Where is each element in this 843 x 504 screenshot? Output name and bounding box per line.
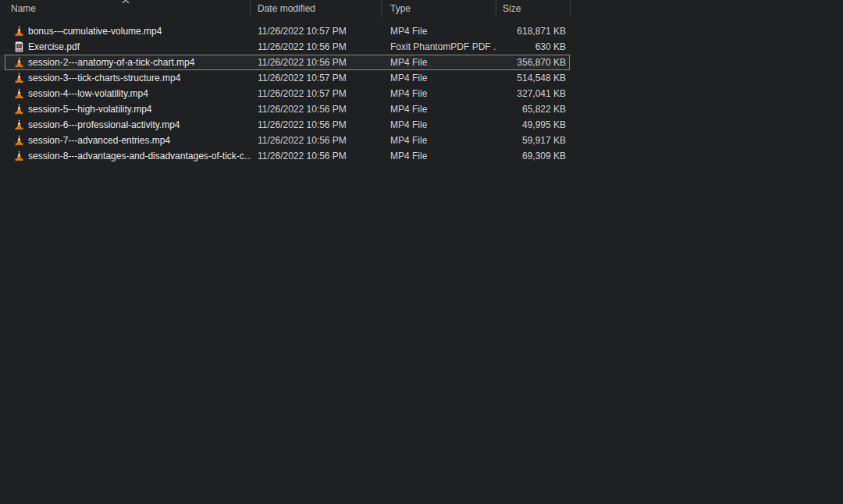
file-type: Foxit PhantomPDF PDF ... bbox=[382, 39, 496, 55]
vlc-cone-icon bbox=[13, 119, 25, 131]
file-name-cell: bonus---cumulative-volume.mp4 bbox=[0, 23, 251, 39]
file-name-cell: PDF Exercise.pdf bbox=[0, 39, 251, 55]
file-name-text: session-3---tick-charts-structure.mp4 bbox=[28, 73, 180, 83]
vlc-cone-icon bbox=[13, 103, 25, 115]
file-row[interactable]: session-3---tick-charts-structure.mp4 11… bbox=[0, 70, 571, 86]
file-name-cell: session-3---tick-charts-structure.mp4 bbox=[0, 70, 251, 86]
vlc-cone-icon bbox=[13, 87, 25, 100]
file-name-text: session-6---professional-activity.mp4 bbox=[28, 119, 180, 130]
file-name-text: Exercise.pdf bbox=[28, 41, 80, 52]
file-name-cell: session-8---advantages-and-disadvantages… bbox=[0, 148, 251, 164]
file-date-modified: 11/26/2022 10:56 PM bbox=[251, 101, 382, 117]
file-row[interactable]: PDF Exercise.pdf 11/26/2022 10:56 PM Fox… bbox=[0, 39, 571, 55]
file-name-cell: session-6---professional-activity.mp4 bbox=[0, 117, 251, 133]
file-name-text: session-7---advanced-entries.mp4 bbox=[28, 135, 170, 146]
column-header-date-modified[interactable]: Date modified bbox=[251, 0, 382, 18]
file-size: 618,871 KB bbox=[496, 23, 571, 39]
file-date-modified: 11/26/2022 10:57 PM bbox=[251, 86, 382, 101]
column-header-name[interactable]: Name bbox=[0, 0, 251, 18]
file-name-cell: session-2---anatomy-of-a-tick-chart.mp4 bbox=[0, 55, 251, 70]
file-size: 356,870 KB bbox=[496, 55, 571, 70]
file-date-modified: 11/26/2022 10:57 PM bbox=[251, 23, 382, 39]
file-row[interactable]: session-2---anatomy-of-a-tick-chart.mp4 … bbox=[0, 55, 571, 70]
vlc-cone-icon bbox=[13, 56, 25, 69]
file-size: 59,917 KB bbox=[496, 133, 571, 148]
column-header-name-label: Name bbox=[11, 3, 36, 14]
file-type: MP4 File bbox=[382, 70, 496, 86]
column-header-size[interactable]: Size bbox=[496, 0, 571, 18]
column-header-date-label: Date modified bbox=[258, 3, 315, 14]
svg-text:PDF: PDF bbox=[17, 48, 22, 51]
column-header-type[interactable]: Type bbox=[382, 0, 496, 18]
file-name-text: session-2---anatomy-of-a-tick-chart.mp4 bbox=[28, 57, 194, 68]
file-size: 69,309 KB bbox=[496, 148, 571, 164]
vlc-cone-icon bbox=[13, 150, 25, 162]
file-date-modified: 11/26/2022 10:56 PM bbox=[251, 133, 382, 148]
file-name-text: session-5---high-volatility.mp4 bbox=[28, 104, 152, 115]
file-size: 49,995 KB bbox=[496, 117, 571, 133]
file-name-cell: session-4---low-volatility.mp4 bbox=[0, 86, 251, 101]
file-date-modified: 11/26/2022 10:57 PM bbox=[251, 70, 382, 86]
file-row[interactable]: session-7---advanced-entries.mp4 11/26/2… bbox=[0, 133, 571, 148]
file-row[interactable]: session-6---professional-activity.mp4 11… bbox=[0, 117, 571, 133]
file-date-modified: 11/26/2022 10:56 PM bbox=[251, 55, 382, 70]
file-date-modified: 11/26/2022 10:56 PM bbox=[251, 148, 382, 164]
file-size: 630 KB bbox=[496, 39, 571, 55]
file-type: MP4 File bbox=[382, 86, 496, 101]
file-date-modified: 11/26/2022 10:56 PM bbox=[251, 117, 382, 133]
file-name-cell: session-5---high-volatility.mp4 bbox=[0, 101, 251, 117]
file-type: MP4 File bbox=[382, 55, 496, 70]
file-type: MP4 File bbox=[382, 133, 496, 148]
file-size: 327,041 KB bbox=[496, 86, 571, 101]
file-row[interactable]: session-5---high-volatility.mp4 11/26/20… bbox=[0, 101, 571, 117]
file-list: bonus---cumulative-volume.mp4 11/26/2022… bbox=[0, 23, 571, 164]
file-type: MP4 File bbox=[382, 117, 496, 133]
file-explorer-window: Name Date modified Type Size bonus---cum… bbox=[0, 0, 843, 504]
file-date-modified: 11/26/2022 10:56 PM bbox=[251, 39, 382, 55]
file-row[interactable]: session-4---low-volatility.mp4 11/26/202… bbox=[0, 86, 571, 101]
file-name-cell: session-7---advanced-entries.mp4 bbox=[0, 133, 251, 148]
vlc-cone-icon bbox=[13, 72, 25, 84]
column-header-type-label: Type bbox=[390, 3, 411, 14]
file-name-text: bonus---cumulative-volume.mp4 bbox=[28, 26, 162, 37]
file-size: 65,822 KB bbox=[496, 101, 571, 117]
column-header-bar: Name Date modified Type Size bbox=[0, 0, 571, 18]
vlc-cone-icon bbox=[13, 25, 25, 37]
vlc-cone-icon bbox=[13, 134, 25, 147]
file-row[interactable]: bonus---cumulative-volume.mp4 11/26/2022… bbox=[0, 23, 571, 39]
column-header-size-label: Size bbox=[503, 3, 521, 14]
file-type: MP4 File bbox=[382, 101, 496, 117]
sort-ascending-icon bbox=[121, 0, 130, 5]
file-name-text: session-4---low-volatility.mp4 bbox=[28, 88, 148, 99]
file-size: 514,548 KB bbox=[496, 70, 571, 86]
foxit-pdf-icon: PDF bbox=[13, 41, 25, 53]
file-row[interactable]: session-8---advantages-and-disadvantages… bbox=[0, 148, 571, 164]
file-name-text: session-8---advantages-and-disadvantages… bbox=[28, 151, 251, 161]
file-type: MP4 File bbox=[382, 23, 496, 39]
file-type: MP4 File bbox=[382, 148, 496, 164]
